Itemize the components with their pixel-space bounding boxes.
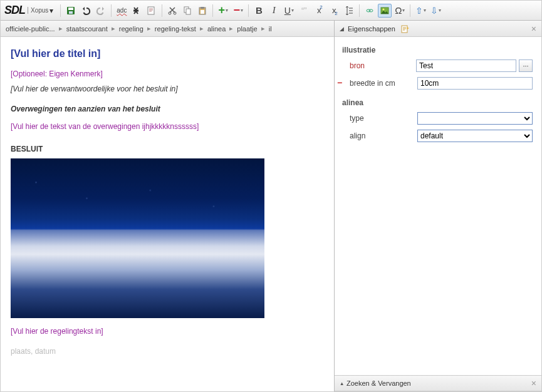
spellcheck-button[interactable]: adc: [115, 4, 128, 18]
properties-pane-header[interactable]: ◢ Eigenschappen ×: [335, 21, 541, 37]
input-bron[interactable]: [416, 59, 516, 72]
cut-button[interactable]: [165, 4, 179, 18]
svg-point-15: [383, 8, 385, 10]
label-align: align: [350, 132, 412, 140]
select-type[interactable]: [417, 112, 533, 125]
brand-menu-chevron[interactable]: ▾: [50, 6, 53, 15]
subscript-button[interactable]: x: [327, 4, 341, 18]
properties-icon: [400, 24, 410, 34]
input-breedte[interactable]: [417, 77, 533, 90]
move-down-button[interactable]: ⇩▾: [429, 4, 442, 18]
group-illustratie: illustratie: [342, 46, 533, 54]
italic-button[interactable]: I: [267, 4, 281, 18]
svg-rect-1: [68, 8, 73, 10]
overwegingen-text[interactable]: [Vul hier de tekst van de overwegingen i…: [11, 122, 324, 131]
insert-button[interactable]: +▾: [216, 4, 230, 18]
group-alinea: alinea: [342, 98, 533, 107]
superscript-button[interactable]: x: [312, 4, 326, 18]
search-pane-title: Zoeken & Vervangen: [347, 379, 411, 387]
link-button[interactable]: [363, 4, 377, 18]
breadcrumb[interactable]: officiele-public...▸ staatscourant▸ rege…: [1, 21, 334, 37]
crumb-item[interactable]: regeling: [118, 25, 145, 33]
strikethrough-button[interactable]: “”: [297, 4, 311, 18]
save-button[interactable]: [64, 4, 78, 18]
crumb-item[interactable]: il: [268, 25, 273, 33]
linespacing-button[interactable]: [342, 4, 356, 18]
plaats-datum-field[interactable]: plaats, datum: [11, 347, 324, 356]
properties-body: illustratie bron ··· − breedte in cm ali…: [335, 37, 541, 375]
remove-button[interactable]: −▾: [231, 4, 245, 18]
svg-rect-3: [133, 9, 138, 11]
main-toolbar: SDL Xopus ▾ adc +▾ −▾ B I U▾ “” x x Ω▾ ⇧…: [1, 1, 541, 21]
brand: SDL Xopus ▾: [3, 4, 57, 17]
illustration-image[interactable]: [11, 158, 264, 318]
regelingtekst-field[interactable]: [Vul hier de regelingtekst in]: [11, 327, 324, 336]
crumb-item[interactable]: plaatje: [236, 25, 258, 33]
svg-point-13: [369, 9, 373, 12]
underline-button[interactable]: U▾: [282, 4, 296, 18]
title-field[interactable]: [Vul hier de titel in]: [11, 48, 324, 59]
editor-canvas[interactable]: [Vul hier de titel in] [Optioneel: Eigen…: [1, 37, 334, 391]
copy-button[interactable]: [180, 4, 194, 18]
svg-rect-2: [69, 11, 73, 14]
search-pane-header[interactable]: ▸ Zoeken & Vervangen ×: [335, 375, 541, 391]
label-bron: bron: [350, 61, 411, 70]
select-align[interactable]: default: [417, 130, 533, 142]
symbol-button[interactable]: Ω▾: [393, 4, 407, 18]
search-close-icon[interactable]: ×: [531, 378, 536, 388]
track-changes-button[interactable]: [145, 4, 159, 18]
overwegingen-heading[interactable]: Overwegingen ten aanzien van het besluit: [11, 105, 324, 113]
svg-rect-11: [201, 10, 204, 14]
remove-breedte-button[interactable]: −: [337, 80, 342, 86]
verantwoordelijke-field[interactable]: [Vul hier de verwantwoordelijke voor het…: [11, 85, 324, 93]
undo-button[interactable]: [79, 4, 93, 18]
svg-rect-4: [148, 7, 154, 14]
besluit-heading[interactable]: BESLUIT: [11, 145, 324, 153]
properties-title: Eigenschappen: [348, 25, 395, 33]
properties-close-icon[interactable]: ×: [531, 24, 536, 34]
brand-product: Xopus: [28, 7, 48, 14]
find-button[interactable]: [130, 4, 143, 18]
label-breedte: breedte in cm: [350, 79, 412, 88]
move-up-button[interactable]: ⇧▾: [414, 4, 427, 18]
browse-bron-button[interactable]: ···: [519, 59, 533, 72]
expand-icon[interactable]: ▸: [338, 382, 345, 385]
redo-button[interactable]: [94, 4, 108, 18]
bold-button[interactable]: B: [252, 4, 266, 18]
svg-rect-8: [186, 9, 190, 14]
svg-rect-10: [201, 7, 204, 9]
crumb-item[interactable]: staatscourant: [65, 25, 109, 33]
crumb-item[interactable]: regeling-tekst: [154, 25, 197, 33]
crumb-item[interactable]: officiele-public...: [4, 25, 56, 33]
paste-button[interactable]: [195, 4, 209, 18]
label-type: type: [350, 114, 412, 123]
image-button[interactable]: [378, 4, 392, 18]
kenmerk-field[interactable]: [Optioneel: Eigen Kenmerk]: [11, 70, 324, 78]
collapse-icon[interactable]: ◢: [340, 26, 344, 32]
crumb-item[interactable]: alinea: [206, 25, 227, 33]
brand-logo: SDL: [4, 4, 25, 17]
